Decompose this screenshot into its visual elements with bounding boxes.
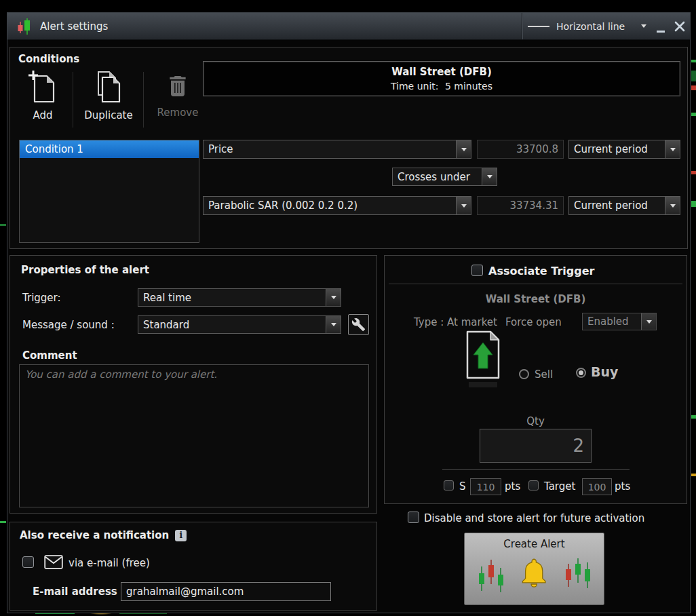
condition1-value-input bbox=[477, 140, 564, 159]
instrument-name: Wall Street (DFB) bbox=[204, 66, 680, 78]
trigger-instrument-name: Wall Street (DFB) bbox=[385, 293, 687, 305]
dropdown-arrow-button bbox=[482, 168, 497, 185]
condition-operator-dropdown[interactable]: Crosses under bbox=[392, 168, 497, 186]
stop-value-input bbox=[470, 478, 501, 495]
trigger-label: Trigger: bbox=[22, 292, 61, 304]
minimize-button[interactable] bbox=[653, 13, 668, 39]
dropdown-arrow-button bbox=[456, 197, 471, 214]
message-sound-dropdown[interactable]: Standard bbox=[138, 315, 341, 334]
dropdown-arrow-button bbox=[665, 140, 680, 158]
chart-speck bbox=[691, 60, 696, 62]
email-address-label: E-mail address bbox=[33, 585, 117, 598]
chevron-down-icon bbox=[646, 320, 652, 324]
notification-header: Also receive a notification bbox=[20, 529, 169, 541]
target-label: Target bbox=[544, 480, 575, 493]
add-condition-button[interactable]: Add bbox=[14, 69, 71, 121]
chevron-down-icon bbox=[487, 175, 492, 178]
time-unit-label: Time unit: bbox=[391, 81, 439, 92]
chart-speck bbox=[691, 71, 696, 81]
condition-indicator1-value: Price bbox=[204, 140, 456, 158]
chart-speck bbox=[691, 415, 696, 419]
duplicate-condition-label: Duplicate bbox=[84, 109, 132, 121]
alert-settings-dialog: Alert settings Horizontal line Condition… bbox=[7, 12, 691, 613]
dropdown-arrow-button bbox=[456, 140, 471, 158]
message-sound-value: Standard bbox=[138, 316, 326, 333]
message-sound-label: Message / sound : bbox=[22, 319, 115, 331]
stop-checkbox bbox=[444, 480, 454, 490]
dropdown-arrow-button bbox=[326, 289, 341, 306]
qty-input bbox=[480, 429, 592, 463]
sound-settings-button[interactable] bbox=[348, 314, 369, 335]
add-condition-label: Add bbox=[33, 109, 52, 121]
separator bbox=[389, 284, 682, 284]
chart-speck bbox=[691, 474, 696, 476]
toolbar-separator bbox=[143, 72, 144, 128]
minimize-icon bbox=[657, 31, 665, 33]
horizontal-line-icon bbox=[528, 26, 549, 27]
chevron-down-icon bbox=[461, 148, 467, 151]
alert-properties-panel: Properties of the alert Trigger: Real ti… bbox=[9, 255, 377, 514]
trigger-mode-value: Real time bbox=[138, 289, 326, 306]
bell-chart-graphic bbox=[473, 552, 596, 598]
remove-condition-label: Remove bbox=[157, 107, 199, 119]
buy-label: Buy bbox=[591, 364, 618, 380]
drawing-tool-dropdown[interactable]: Horizontal line bbox=[522, 13, 652, 39]
trash-icon bbox=[164, 71, 191, 102]
create-alert-button[interactable]: Create Alert bbox=[464, 533, 604, 605]
disable-alert-label: Disable and store alert for future activ… bbox=[424, 512, 644, 524]
dropdown-arrow-button bbox=[326, 316, 341, 333]
remove-condition-button: Remove bbox=[146, 71, 210, 119]
toolbar-separator bbox=[73, 72, 73, 128]
wrench-icon bbox=[351, 317, 366, 332]
titlebar[interactable]: Alert settings Horizontal line bbox=[7, 13, 690, 40]
force-open-dropdown: Enabled bbox=[582, 313, 657, 330]
candlestick-app-icon bbox=[16, 18, 33, 35]
associate-trigger-checkbox[interactable] bbox=[471, 265, 483, 276]
trigger-mode-dropdown[interactable]: Real time bbox=[138, 288, 341, 307]
chart-speck bbox=[0, 224, 6, 226]
duplicate-condition-button[interactable]: Duplicate bbox=[75, 69, 142, 121]
chart-speck bbox=[0, 521, 6, 523]
stop-label: S bbox=[459, 480, 466, 493]
conditions-header: Conditions bbox=[18, 53, 79, 65]
target-value-input bbox=[582, 478, 612, 495]
target-checkbox bbox=[528, 480, 539, 490]
chart-speck bbox=[691, 113, 696, 116]
dropdown-arrow-button bbox=[665, 197, 680, 214]
chevron-down-icon bbox=[331, 296, 336, 299]
close-button[interactable] bbox=[671, 13, 689, 39]
condition-indicator2-dropdown[interactable]: Parabolic SAR (0.002 0.2 0.2) bbox=[203, 196, 471, 215]
email-option-label: via e-mail (free) bbox=[69, 557, 150, 569]
condition1-period-dropdown[interactable]: Current period bbox=[568, 140, 680, 159]
chart-speck bbox=[691, 85, 696, 90]
order-type-label: Type : At market bbox=[414, 316, 497, 328]
drawing-tool-label: Horizontal line bbox=[556, 21, 634, 32]
condition2-period-dropdown[interactable]: Current period bbox=[568, 196, 680, 215]
comment-textarea[interactable] bbox=[19, 364, 369, 507]
time-unit: Time unit: 5 minutes bbox=[204, 81, 680, 92]
condition2-value-input bbox=[477, 196, 564, 215]
condition1-period-value: Current period bbox=[569, 140, 665, 158]
duplicate-documents-icon bbox=[93, 69, 124, 104]
condition-list-item[interactable]: Condition 1 bbox=[20, 140, 199, 158]
condition-indicator2-value: Parabolic SAR (0.002 0.2 0.2) bbox=[204, 197, 456, 214]
force-open-label: Force open bbox=[505, 316, 562, 328]
email-checkbox[interactable] bbox=[22, 556, 34, 568]
close-icon bbox=[674, 21, 685, 32]
condition-operator-value: Crosses under bbox=[393, 168, 482, 185]
comment-label: Comment bbox=[22, 349, 77, 362]
conditions-panel: Conditions Add Duplicate bbox=[9, 47, 688, 249]
condition-list[interactable]: Condition 1 bbox=[19, 140, 199, 243]
envelope-icon bbox=[44, 555, 63, 569]
notification-header-row: Also receive a notification i bbox=[20, 529, 187, 541]
disable-alert-checkbox[interactable] bbox=[408, 512, 419, 523]
chevron-down-icon bbox=[461, 204, 467, 208]
buy-radio bbox=[576, 368, 586, 378]
info-icon[interactable]: i bbox=[175, 530, 187, 541]
email-address-input[interactable] bbox=[121, 582, 331, 601]
notification-panel: Also receive a notification i via e-mail… bbox=[9, 522, 377, 611]
sell-radio bbox=[519, 369, 529, 379]
target-unit-label: pts bbox=[615, 480, 630, 493]
condition-indicator1-dropdown[interactable]: Price bbox=[203, 140, 471, 159]
sell-label: Sell bbox=[535, 368, 553, 381]
